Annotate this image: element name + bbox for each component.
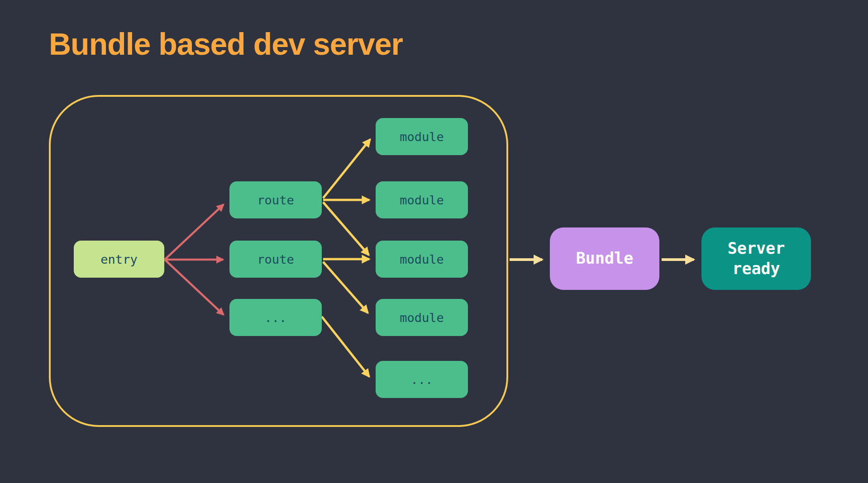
node-route-2-label: route	[257, 252, 294, 266]
node-server-ready-label: Server ready	[728, 238, 785, 279]
diagram-canvas: Bundle based dev server entry rou	[0, 0, 868, 483]
node-module-more: ...	[376, 361, 468, 398]
node-module-4-label: module	[400, 311, 444, 325]
node-route-more-label: ...	[265, 311, 287, 325]
node-route-more: ...	[229, 299, 322, 336]
node-bundle-label: Bundle	[576, 248, 633, 269]
node-module-2-label: module	[400, 193, 444, 207]
edge-route2-module4	[323, 262, 368, 313]
node-server-ready: Server ready	[701, 227, 811, 290]
node-module-4: module	[376, 299, 468, 336]
node-entry: entry	[74, 241, 164, 278]
node-module-3-label: module	[400, 252, 444, 266]
node-route-2: route	[229, 241, 322, 278]
node-module-1-label: module	[400, 130, 444, 144]
node-route-1: route	[229, 181, 322, 218]
edge-entry-route1	[165, 204, 224, 260]
node-entry-label: entry	[100, 252, 137, 266]
node-module-more-label: ...	[411, 373, 433, 387]
edge-route1-module1	[323, 139, 370, 198]
edge-route1-module3	[323, 202, 369, 255]
node-module-3: module	[376, 241, 468, 278]
node-module-1: module	[376, 118, 468, 155]
node-route-1-label: route	[257, 193, 294, 207]
node-bundle: Bundle	[550, 227, 659, 290]
edge-entry-routemore	[165, 260, 224, 315]
node-module-2: module	[376, 181, 468, 218]
edge-routemore-modulemore	[322, 317, 369, 377]
